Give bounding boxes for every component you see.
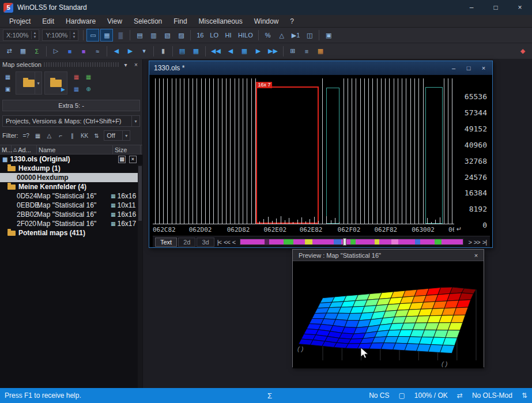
preview-window-titlebar[interactable]: Preview : Map "Statistical 16" × bbox=[293, 250, 484, 261]
flag-icon[interactable]: ◆ bbox=[516, 45, 529, 58]
nav-back-button[interactable]: < bbox=[231, 239, 236, 246]
menu-miscellaneous[interactable]: Miscellaneous bbox=[193, 16, 248, 27]
mode-hi-icon[interactable]: HI bbox=[222, 29, 235, 42]
menu-window[interactable]: Window bbox=[248, 16, 285, 27]
hexdump-window-titlebar[interactable]: 1330.ols * – □ × bbox=[149, 61, 492, 75]
preview-3d-area[interactable]: ( ) ( ) bbox=[293, 261, 484, 368]
nav-last-button[interactable]: >| bbox=[481, 239, 488, 246]
percent-icon[interactable]: % bbox=[262, 29, 274, 42]
panel-close-icon[interactable]: × bbox=[132, 61, 140, 69]
column-header-m[interactable]: M... bbox=[0, 145, 12, 154]
menu-edit[interactable]: Edit bbox=[36, 16, 60, 27]
minimap-position-marker[interactable] bbox=[343, 238, 346, 246]
filter-bars-icon[interactable]: ∥ bbox=[67, 130, 78, 141]
nav-fast-back-button[interactable]: << bbox=[222, 239, 231, 246]
first-map-icon[interactable]: ◀◀ bbox=[209, 45, 223, 58]
columns-8-icon[interactable]: ▥ bbox=[147, 29, 160, 42]
tree-map-row[interactable]: 2F020Map "Statistical 16"▦16x17 bbox=[0, 219, 138, 228]
chevron-down-icon[interactable]: ▾ bbox=[35, 72, 41, 94]
compare-windows-icon[interactable]: ◫ bbox=[303, 29, 316, 42]
panel-grip[interactable] bbox=[44, 62, 119, 67]
nav-forward-button[interactable]: > bbox=[467, 239, 472, 246]
paste-map-icon[interactable]: ▦ bbox=[2, 71, 13, 82]
project-list-icon[interactable]: ▤ bbox=[118, 156, 126, 163]
tree-map-row[interactable]: 00000Hexdump bbox=[0, 173, 138, 182]
map-pack-icon[interactable]: ▦ bbox=[17, 45, 29, 58]
filter-delta-icon[interactable]: △ bbox=[44, 130, 55, 141]
map-selection-box[interactable]: 16x 7 bbox=[256, 86, 319, 224]
map-selection-header[interactable]: Map selection ▾ × bbox=[0, 59, 142, 70]
close-icon[interactable]: × bbox=[470, 251, 482, 260]
close-button[interactable]: × bbox=[508, 0, 532, 15]
column-header-ad[interactable]: △Ad... bbox=[12, 145, 37, 154]
project-close-icon[interactable]: × bbox=[129, 156, 137, 163]
map-move-icon[interactable]: ▦ bbox=[71, 84, 82, 95]
map-add-red-icon[interactable]: ▦ bbox=[71, 71, 82, 82]
zoom-x-spinner[interactable]: ▲▼ bbox=[31, 31, 39, 39]
window-hex-icon[interactable]: ▤ bbox=[176, 45, 188, 58]
map-transfer-icon[interactable]: ⇄ bbox=[3, 45, 16, 58]
tab-text[interactable]: Text bbox=[155, 238, 177, 247]
window-tree-icon[interactable]: ⊞ bbox=[286, 45, 299, 58]
open-project-button[interactable]: ▾ bbox=[16, 71, 42, 95]
window-list-icon[interactable]: ≡ bbox=[300, 45, 313, 58]
minimize-button[interactable]: – bbox=[459, 0, 484, 15]
map-add-green-icon[interactable]: ▦ bbox=[83, 71, 94, 82]
tree-folder-row[interactable]: Meine Kennfelder (4) bbox=[0, 182, 138, 191]
chevron-down-icon[interactable]: ▾ bbox=[122, 131, 130, 140]
chevron-down-icon[interactable]: ▾ bbox=[131, 116, 139, 126]
title-bar[interactable]: 5 WinOLS5 for Standard – □ × bbox=[0, 0, 532, 15]
zoom-y-spinner[interactable]: ▲▼ bbox=[70, 31, 77, 39]
menu-find[interactable]: Find bbox=[168, 16, 193, 27]
zoom-y-control[interactable]: Y:100% ▲▼ bbox=[42, 29, 78, 41]
columns-compare-icon[interactable]: ▨ bbox=[175, 29, 187, 42]
window-map-icon[interactable]: ▦ bbox=[190, 45, 202, 58]
next-map-icon[interactable]: ▶ bbox=[252, 45, 265, 58]
plot-area[interactable]: 16x 7 bbox=[153, 78, 454, 224]
marker-purple-icon[interactable]: ■ bbox=[77, 45, 90, 58]
map-candidate-box[interactable] bbox=[425, 87, 443, 224]
menu-view[interactable]: View bbox=[101, 16, 128, 27]
tab-2d[interactable]: 2d bbox=[178, 238, 195, 247]
menu-hardware[interactable]: Hardware bbox=[60, 16, 101, 27]
maximize-button[interactable]: □ bbox=[484, 0, 508, 15]
prev-map-icon[interactable]: ◀ bbox=[224, 45, 237, 58]
checksum-icon[interactable]: Σ bbox=[31, 45, 43, 58]
nav-fast-forward-button[interactable]: >> bbox=[473, 239, 481, 246]
monitor-icon[interactable]: ▣ bbox=[322, 29, 335, 42]
filter-grid-icon[interactable]: ▦ bbox=[32, 130, 43, 141]
maximize-button[interactable]: □ bbox=[461, 62, 476, 74]
menu-selection[interactable]: Selection bbox=[128, 16, 168, 27]
tree-folder-row[interactable]: Hexdump (1) bbox=[0, 164, 138, 173]
nav-forward-icon[interactable]: ▶ bbox=[124, 45, 137, 58]
tree-map-row[interactable]: 0EBDEMap "Statistical 16"▦10x11 bbox=[0, 201, 138, 210]
close-button[interactable]: × bbox=[476, 62, 491, 74]
menu-project[interactable]: Project bbox=[3, 16, 36, 27]
signal-icon[interactable]: ≈ bbox=[91, 45, 104, 58]
columns-16-icon[interactable]: ▤ bbox=[133, 29, 146, 42]
mode-lo-icon[interactable]: LO bbox=[207, 29, 221, 42]
column-header-name[interactable]: Name bbox=[37, 145, 113, 154]
map-candidate-box[interactable] bbox=[326, 88, 340, 224]
tab-3d[interactable]: 3d bbox=[197, 238, 214, 247]
factor-one-icon[interactable]: ▶1 bbox=[289, 29, 303, 42]
save-icon[interactable]: ▣ bbox=[2, 84, 13, 95]
tree-folder-row[interactable]: Potential maps (411) bbox=[0, 228, 138, 238]
view-text-icon[interactable]: ▭ bbox=[86, 29, 99, 42]
minimap-scrollbar[interactable] bbox=[240, 239, 463, 245]
column-header-size[interactable]: Size bbox=[113, 145, 141, 154]
nav-first-button[interactable]: |< bbox=[216, 239, 222, 246]
nav-back-icon[interactable]: ◀ bbox=[110, 45, 123, 58]
columns-highlight-icon[interactable]: ▧ bbox=[161, 29, 173, 42]
tree-map-row[interactable]: 0D524Map "Statistical 16"▦16x16 bbox=[0, 191, 138, 201]
mode-hilo-icon[interactable]: HILO bbox=[236, 29, 255, 42]
last-map-icon[interactable]: ▶▶ bbox=[266, 45, 280, 58]
tree-scrollbar-thumb[interactable] bbox=[138, 166, 142, 221]
scope-dropdown[interactable]: Projects, Versions & Maps: (Ctrl+Shift+F… bbox=[2, 115, 140, 127]
filter-equal-icon[interactable]: =? bbox=[21, 130, 32, 141]
panel-collapse-icon[interactable]: ▾ bbox=[122, 61, 130, 69]
marker-blue-icon[interactable]: ■ bbox=[63, 45, 76, 58]
filter-axis-icon[interactable]: ⌐ bbox=[55, 130, 66, 141]
pointer-icon[interactable]: ▷ bbox=[50, 45, 62, 58]
filter-updown-icon[interactable]: ⇅ bbox=[91, 130, 102, 141]
